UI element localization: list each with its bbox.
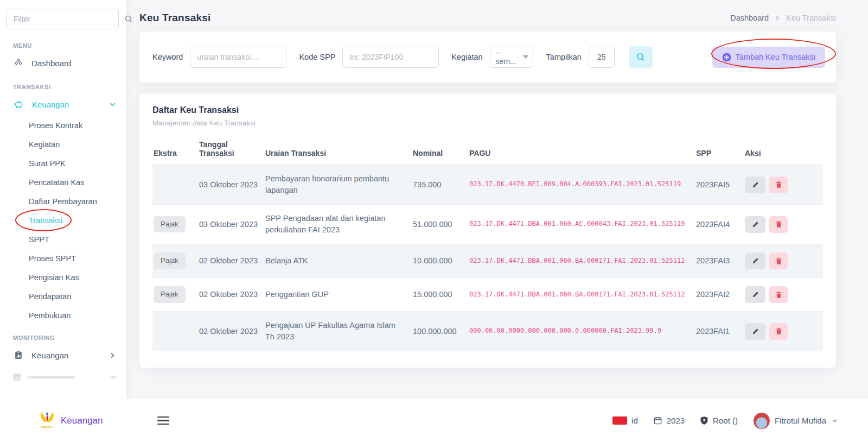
cell-pagu: 023.17.DK.4470.BEI.009.004.A.000393.FAI.… [468,165,695,205]
sidebar-subitem[interactable]: Transaksi [0,211,126,230]
delete-button[interactable] [769,252,788,269]
role-label: Root () [713,416,738,425]
cell-spp: 2023FAI2 [695,278,744,312]
cell-pagu: 000.00.00.0000.000.000.000.0.000000.FAI.… [468,312,695,351]
app-window: MENU Dashboard TRANSAKSI Keuangan Proses… [0,0,868,442]
col-tanggal: Tanggal Transaksi [198,136,264,165]
card-title: Daftar Keu Transaksi [152,105,823,115]
trash-icon [775,291,782,299]
sidebar-item-monitoring-keuangan[interactable]: Keuangan [0,344,126,366]
brand-logo-link[interactable]: UNSIKA Keuangan [37,410,103,432]
add-keu-transaksi-button[interactable]: Tambah Keu Transaksi [712,47,826,68]
delete-button[interactable] [769,176,788,193]
cell-tanggal: 02 Oktober 2023 [198,244,264,278]
sidebar-section-transaksi: TRANSAKSI [0,74,126,93]
sidebar-subitem[interactable]: Surat PPK [0,154,126,173]
breadcrumb-dashboard[interactable]: Dashboard [730,14,769,22]
edit-button[interactable] [745,252,765,269]
edit-button[interactable] [745,216,765,233]
bottom-navbar: UNSIKA Keuangan id 2023 [0,399,868,442]
delete-button[interactable] [769,323,788,340]
sidebar-item-keuangan[interactable]: Keuangan [0,93,126,116]
kode-spp-input[interactable] [342,47,439,68]
cell-uraian: Pembayaran honorarium pembantu lapangan [264,165,412,205]
sidebar-subitem[interactable]: Kegiatan [0,135,126,154]
sidebar-subitem[interactable]: Pengisian Kas [0,268,126,287]
col-nominal: Nominal [412,136,468,165]
filter-toolbar: Keyword Kode SPP Kegiatan --sem... Tampi… [139,31,836,83]
chevron-right-icon [774,15,781,21]
cell-uraian: Belanja ATK [264,244,412,278]
cell-nominal: 735.000 [412,165,468,205]
role-indicator[interactable]: Root () [700,416,738,425]
sidebar-subitem[interactable]: Proses Kontrak [0,116,126,135]
user-name: Fitrotul Mufida [775,416,826,425]
table-row: 02 Oktober 2023 Pengajuan UP Fakultas Ag… [152,312,823,351]
col-aksi: Aksi [744,136,823,165]
svg-text:UNSIKA: UNSIKA [41,425,54,428]
edit-button[interactable] [745,323,765,340]
breadcrumb-current: Keu Transaksi [786,14,836,22]
chevron-down-icon [832,418,838,424]
pencil-icon [752,181,759,188]
edit-button[interactable] [745,176,765,193]
chevron-down-icon [109,101,116,108]
sidebar-subitem[interactable]: Pembukuan [0,306,126,325]
tampilkan-input[interactable] [589,47,615,68]
col-uraian: Uraian Transaksi [264,136,412,165]
caret-down-icon [523,55,528,59]
sidebar-subitem[interactable]: Proses SPPT [0,249,126,268]
sidebar-subitem[interactable]: Pencatatan Kas [0,173,126,192]
sidebar-subitem[interactable]: SPPT [0,230,126,249]
cell-spp: 2023FAI5 [695,165,744,205]
main-content: Keu Transaksi Dashboard Keu Transaksi Ke… [126,0,868,399]
col-ekstra: Ekstra [152,136,198,165]
sidebar-item-dashboard[interactable]: Dashboard [0,52,126,74]
user-menu[interactable]: Fitrotul Mufida [753,412,838,430]
keyword-input[interactable] [190,47,286,68]
sidebar-subitem[interactable]: Daftar Pembayaran [0,192,126,211]
add-button-label: Tambah Keu Transaksi [736,53,816,61]
cell-pagu: 023.17.DK.4471.DBA.001.060.AC.000043.FAI… [468,205,695,244]
sidebar-subitem-label: Pembukuan [29,311,71,320]
trash-icon [775,220,782,228]
sidebar-subitem-label: Proses SPPT [29,254,76,263]
delete-button[interactable] [769,286,788,303]
search-button[interactable] [629,46,653,68]
kegiatan-selected-value: --sem... [496,48,521,66]
delete-button[interactable] [769,216,788,233]
sidebar-filter-input[interactable] [7,9,119,29]
sidebar-subitem[interactable]: Pendapatan [0,287,126,306]
col-spp: SPP [695,136,744,165]
sidebar-subitem-label: Pencatatan Kas [29,178,84,187]
edit-button[interactable] [745,286,765,303]
menu-toggle-button[interactable] [155,414,171,427]
kegiatan-select[interactable]: --sem... [490,47,533,68]
brand-name: Keuangan [61,415,103,426]
keyword-label: Keyword [152,53,183,61]
table-header-row: Ekstra Tanggal Transaksi Uraian Transaks… [152,136,823,165]
table-row: 03 Oktober 2023 Pembayaran honorarium pe… [152,165,823,205]
cell-nominal: 100.000.000 [412,312,468,351]
keuangan-submenu: Proses Kontrak Kegiatan Surat PPK Pencat… [0,116,126,325]
table-row: Pajak 03 Oktober 2023 SPP Pengadaan alat… [152,205,823,244]
col-pagu: PAGU [468,136,695,165]
trash-icon [775,327,782,335]
cell-spp: 2023FAI3 [695,244,744,278]
sidebar-subitem-label: Proses Kontrak [29,121,82,130]
year-selector[interactable]: 2023 [653,416,685,425]
cell-uraian: SPP Pengadaan alat dan kegiatan perkulia… [264,205,412,244]
trash-icon [775,181,782,188]
language-code: id [631,416,638,425]
sidebar-subitem-label: Daftar Pembayaran [29,197,97,206]
cell-tanggal: 03 Oktober 2023 [198,205,264,244]
plus-circle-icon [722,53,731,62]
tampilkan-label: Tampilkan [546,53,582,61]
language-switcher[interactable]: id [612,416,638,425]
cubes-icon [13,58,24,68]
sidebar-subitem-label: Pengisian Kas [29,273,79,282]
pencil-icon [752,291,759,298]
sidebar-subitem-label: Surat PPK [29,159,66,168]
sidebar-subitem-label: Pendapatan [29,292,71,301]
pajak-badge: Pajak [154,216,186,233]
